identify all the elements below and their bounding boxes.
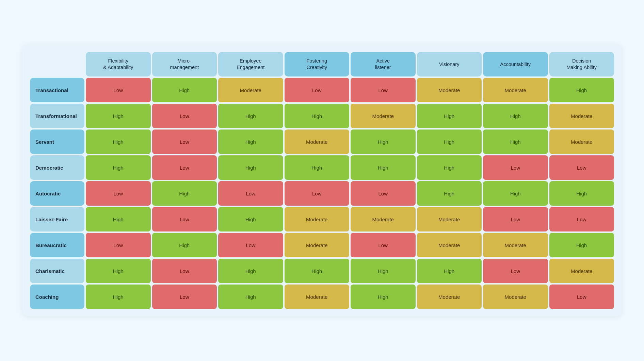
cell-r3-c1: Low xyxy=(152,155,217,180)
cell-r1-c3: High xyxy=(285,104,350,128)
cell-r6-c5: Moderate xyxy=(417,233,482,257)
row-header-0: Transactional xyxy=(30,78,84,102)
cell-r5-c7: Low xyxy=(549,207,614,231)
col-header-4: Activelistener xyxy=(351,52,416,76)
cell-r0-c3: Low xyxy=(285,78,350,102)
table-row: Laissez-FaireHighLowHighModerateModerate… xyxy=(30,207,614,231)
cell-r3-c4: High xyxy=(351,155,416,180)
cell-r6-c7: High xyxy=(549,233,614,257)
col-header-0: Flexibility& Adaptability xyxy=(86,52,151,76)
table-row: BureaucraticLowHighLowModerateLowModerat… xyxy=(30,233,614,257)
cell-r0-c4: Low xyxy=(351,78,416,102)
cell-r4-c0: Low xyxy=(86,181,151,206)
cell-r5-c6: Low xyxy=(483,207,548,231)
cell-r8-c7: Low xyxy=(549,285,614,309)
cell-r3-c0: High xyxy=(86,155,151,180)
cell-r0-c2: Moderate xyxy=(218,78,283,102)
cell-r2-c5: High xyxy=(417,130,482,154)
cell-r7-c2: High xyxy=(218,259,283,283)
cell-r4-c5: High xyxy=(417,181,482,206)
cell-r1-c4: Moderate xyxy=(351,104,416,128)
cell-r2-c4: High xyxy=(351,130,416,154)
table-row: TransformationalHighLowHighHighModerateH… xyxy=(30,104,614,128)
table-row: CharismaticHighLowHighHighHighHighLowMod… xyxy=(30,259,614,283)
cell-r2-c2: High xyxy=(218,130,283,154)
cell-r6-c1: High xyxy=(152,233,217,257)
cell-r4-c7: High xyxy=(549,181,614,206)
cell-r3-c3: High xyxy=(285,155,350,180)
cell-r6-c4: Low xyxy=(351,233,416,257)
table-row: DemocraticHighLowHighHighHighHighLowLow xyxy=(30,155,614,180)
cell-r1-c2: High xyxy=(218,104,283,128)
cell-r1-c1: Low xyxy=(152,104,217,128)
cell-r7-c7: Moderate xyxy=(549,259,614,283)
row-header-4: Autocratic xyxy=(30,181,84,206)
cell-r3-c5: High xyxy=(417,155,482,180)
cell-r0-c5: Moderate xyxy=(417,78,482,102)
col-header-1: Micro-management xyxy=(152,52,217,76)
cell-r6-c2: Low xyxy=(218,233,283,257)
cell-r1-c0: High xyxy=(86,104,151,128)
row-header-2: Servant xyxy=(30,130,84,154)
col-header-7: DecisionMaking Ability xyxy=(549,52,614,76)
cell-r1-c6: High xyxy=(483,104,548,128)
cell-r2-c1: Low xyxy=(152,130,217,154)
cell-r4-c3: Low xyxy=(285,181,350,206)
cell-r2-c0: High xyxy=(86,130,151,154)
row-header-5: Laissez-Faire xyxy=(30,207,84,231)
cell-r6-c0: Low xyxy=(86,233,151,257)
col-header-5: Visionary xyxy=(417,52,482,76)
row-header-8: Coaching xyxy=(30,285,84,309)
col-header-3: FosteringCreativity xyxy=(285,52,350,76)
cell-r0-c0: Low xyxy=(86,78,151,102)
cell-r4-c2: Low xyxy=(218,181,283,206)
cell-r8-c2: High xyxy=(218,285,283,309)
cell-r8-c6: Moderate xyxy=(483,285,548,309)
cell-r6-c3: Moderate xyxy=(285,233,350,257)
cell-r7-c6: Low xyxy=(483,259,548,283)
table-row: CoachingHighLowHighModerateHighModerateM… xyxy=(30,285,614,309)
cell-r7-c1: Low xyxy=(152,259,217,283)
cell-r8-c0: High xyxy=(86,285,151,309)
cell-r7-c0: High xyxy=(86,259,151,283)
cell-r3-c2: High xyxy=(218,155,283,180)
cell-r4-c4: Low xyxy=(351,181,416,206)
table-row: ServantHighLowHighModerateHighHighHighMo… xyxy=(30,130,614,154)
cell-r2-c6: High xyxy=(483,130,548,154)
cell-r2-c7: Moderate xyxy=(549,130,614,154)
cell-r7-c5: High xyxy=(417,259,482,283)
cell-r8-c3: Moderate xyxy=(285,285,350,309)
cell-r5-c4: Moderate xyxy=(351,207,416,231)
cell-r2-c3: Moderate xyxy=(285,130,350,154)
table-wrapper: Flexibility& AdaptabilityMicro-managemen… xyxy=(22,45,622,316)
cell-r4-c6: High xyxy=(483,181,548,206)
cell-r0-c6: Moderate xyxy=(483,78,548,102)
cell-r5-c1: Low xyxy=(152,207,217,231)
cell-r3-c7: Low xyxy=(549,155,614,180)
col-header-6: Accountability xyxy=(483,52,548,76)
row-header-6: Bureaucratic xyxy=(30,233,84,257)
cell-r3-c6: Low xyxy=(483,155,548,180)
cell-r5-c2: High xyxy=(218,207,283,231)
cell-r7-c3: High xyxy=(285,259,350,283)
cell-r4-c1: High xyxy=(152,181,217,206)
cell-r7-c4: High xyxy=(351,259,416,283)
cell-r5-c3: Moderate xyxy=(285,207,350,231)
cell-r1-c5: High xyxy=(417,104,482,128)
cell-r8-c5: Moderate xyxy=(417,285,482,309)
cell-r6-c6: Moderate xyxy=(483,233,548,257)
cell-r0-c7: High xyxy=(549,78,614,102)
row-header-7: Charismatic xyxy=(30,259,84,283)
cell-r5-c5: Moderate xyxy=(417,207,482,231)
cell-r1-c7: Moderate xyxy=(549,104,614,128)
cell-r0-c1: High xyxy=(152,78,217,102)
row-header-1: Transformational xyxy=(30,104,84,128)
table-row: TransactionalLowHighModerateLowLowModera… xyxy=(30,78,614,102)
row-header-3: Democratic xyxy=(30,155,84,180)
cell-r8-c1: Low xyxy=(152,285,217,309)
table-row: AutocraticLowHighLowLowLowHighHighHigh xyxy=(30,181,614,206)
cell-r8-c4: High xyxy=(351,285,416,309)
corner-header xyxy=(30,52,84,76)
leadership-table: Flexibility& AdaptabilityMicro-managemen… xyxy=(29,51,615,310)
cell-r5-c0: High xyxy=(86,207,151,231)
